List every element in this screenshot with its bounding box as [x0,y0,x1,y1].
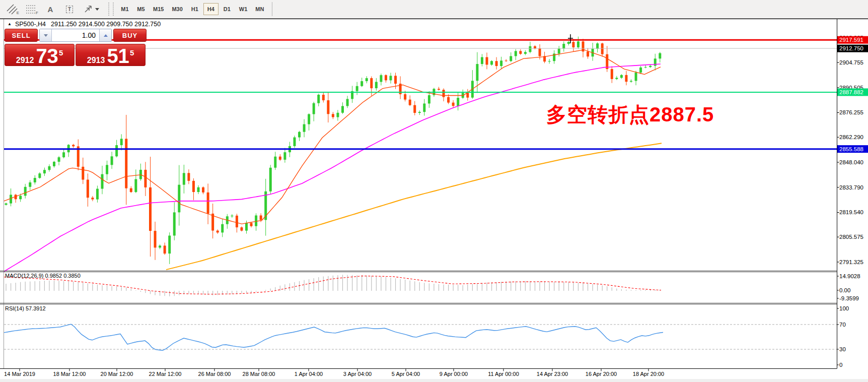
candle [356,86,358,91]
collapse-icon[interactable]: ▲ [8,22,12,26]
candle [649,66,652,67]
timeframe-button-m1[interactable]: M1 [117,3,132,15]
candle [62,152,65,157]
macd-label: MACD(12,26,9) 0.9852 0.3850 [5,273,81,279]
timeframe-button-h1[interactable]: H1 [187,3,202,15]
candle [615,78,618,79]
candle [457,98,459,106]
candle [413,105,416,113]
toolbar-separator [272,2,272,16]
candle [481,57,483,64]
candle [192,181,195,192]
candle [29,182,31,187]
text-label-icon: T [66,6,73,13]
candle [303,124,306,132]
timeframe-button-m15[interactable]: M15 [150,3,167,15]
text-tool-button[interactable]: A [41,2,59,16]
candle [149,187,152,231]
candle [505,60,508,61]
window-bottom-strip [0,379,868,382]
timeframe-button-w1[interactable]: W1 [236,3,251,15]
candle [207,193,209,214]
candle [558,48,560,53]
chevron-down-icon [95,8,99,11]
chart-title: ▲SP500-,H42911.250 2914.500 2909.750 291… [8,21,161,28]
candle [5,204,8,205]
candle [236,216,238,227]
equidistant-channel-button[interactable]: E [3,2,21,16]
candle [221,224,224,233]
mt4-window: E F A T [0,0,868,382]
candle [87,180,89,198]
timeframe-button-mn[interactable]: MN [252,3,267,15]
candle [500,60,502,66]
candle [510,56,512,61]
candle [562,44,565,48]
candle [390,76,392,80]
text-label-button[interactable]: T [60,2,79,16]
candle [245,223,248,230]
arrows-button[interactable] [80,2,103,16]
candle [375,82,378,88]
candle [168,236,171,254]
candle [48,166,50,170]
candle [144,170,147,187]
volume-input[interactable]: 1.00 [52,29,99,41]
price-axis-label: 2848.040 [839,159,863,165]
fibonacci-button[interactable]: F [22,2,40,16]
annotation-text[interactable]: 多空转折点2887.5 [546,101,714,129]
time-axis-label: 14 Apr 23:00 [537,371,568,377]
candle [283,152,286,160]
candle [548,61,551,61]
price-badge-label: 2855.588 [839,146,863,152]
one-click-trading-panel: SELL 1.00 BUY 2912 73 5 2913 51 5 [5,29,147,66]
sell-price-big: 73 [36,47,58,65]
candle [130,188,132,192]
macd-axis-label: -9.3599 [839,295,859,301]
candle [43,170,46,173]
sell-price-box[interactable]: 2912 73 5 [5,44,75,66]
candle [385,75,387,80]
candle [322,95,325,100]
candle [366,78,368,81]
candle [279,157,281,160]
candle [404,94,406,100]
candle [394,76,397,84]
price-axis-label: 2904.755 [839,59,863,66]
down-arrow-icon [44,34,48,37]
candle [24,187,27,196]
candle [625,75,627,82]
timeframe-button-d1[interactable]: D1 [220,3,235,15]
candle [567,42,570,44]
buy-price-sup: 5 [130,48,134,57]
rsi-axis-label: 70 [839,322,846,328]
candle [370,78,373,88]
sell-button[interactable]: SELL [5,29,38,42]
up-arrow-icon [104,34,108,37]
volume-decrease-button[interactable] [40,29,52,41]
candle [298,132,301,138]
candle [96,189,99,200]
candle [101,174,104,189]
text-icon: A [48,5,53,14]
candle [134,179,137,193]
candle [447,97,450,103]
price-badge-label: 2917.591 [839,37,863,43]
timeframe-button-h4[interactable]: H4 [203,3,219,15]
price-badge-label: 2912.750 [839,45,863,51]
candle [515,51,517,56]
volume-increase-button[interactable] [99,29,111,41]
candle [360,81,363,86]
candle [620,75,623,78]
candle [178,185,180,213]
candle [173,212,176,235]
buy-button[interactable]: BUY [113,29,147,42]
candle [466,93,469,97]
time-axis-label: 14 Mar 2019 [4,371,35,377]
timeframe-button-m30[interactable]: M30 [168,3,186,15]
candle [91,198,94,199]
timeframe-button-m5[interactable]: M5 [133,3,149,15]
toolbar-grip[interactable] [108,3,114,16]
buy-price-box[interactable]: 2913 51 5 [76,44,146,66]
candle [115,145,118,156]
